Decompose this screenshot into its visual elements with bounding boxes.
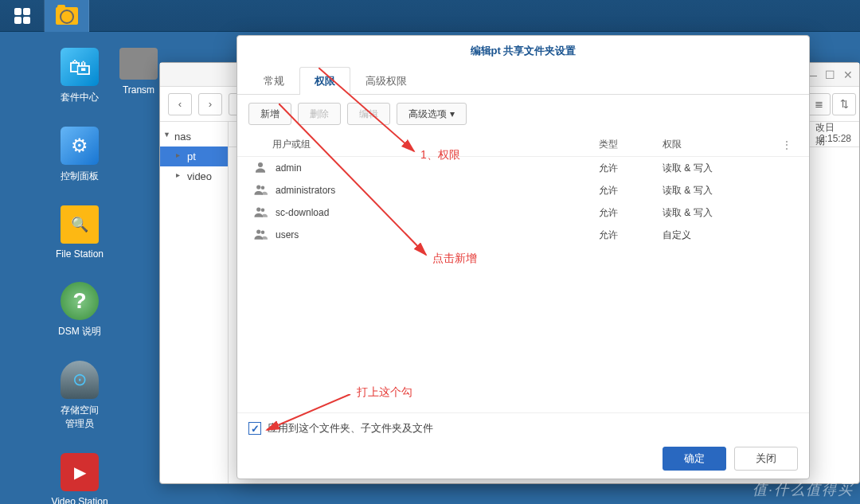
- nav-forward-button[interactable]: ›: [198, 93, 222, 115]
- svg-point-6: [261, 230, 265, 234]
- taskbar: [0, 0, 860, 32]
- package-icon: [61, 48, 99, 86]
- desktop-file-station[interactable]: File Station: [0, 205, 159, 260]
- table-row[interactable]: sc-download允许读取 & 写入: [237, 201, 809, 224]
- advanced-options-button[interactable]: 高级选项▾: [397, 103, 467, 125]
- watermark: 值·什么值得买: [752, 480, 854, 499]
- checkbox-checked-icon: ✓: [248, 422, 261, 435]
- svg-point-2: [261, 186, 265, 189]
- dialog-footer: ✓ 应用到这个文件夹、子文件夹及文件 确定 关闭: [237, 412, 809, 479]
- file-station-icon: [61, 205, 99, 244]
- close-icon[interactable]: ✕: [843, 68, 853, 81]
- apps-grid-icon: [14, 8, 30, 24]
- nav-back-button[interactable]: ‹: [168, 93, 192, 115]
- col-user[interactable]: 用户或组: [248, 138, 599, 151]
- tab-general[interactable]: 常规: [248, 67, 299, 95]
- tree-item-pt[interactable]: pt: [160, 147, 228, 166]
- desktop-control-panel[interactable]: 控制面板: [0, 127, 159, 183]
- col-menu-icon[interactable]: ⋮: [782, 139, 798, 150]
- col-type[interactable]: 类型: [599, 138, 663, 151]
- sort-button[interactable]: ⇅: [832, 93, 856, 115]
- svg-point-0: [258, 162, 263, 167]
- perm-toolbar: 新增 删除 编辑 高级选项▾: [237, 95, 809, 133]
- taskbar-filestation[interactable]: [45, 0, 89, 32]
- tab-permissions[interactable]: 权限: [299, 67, 350, 95]
- folder-search-icon: [56, 7, 78, 25]
- fm-sidebar: nas pt video: [160, 122, 229, 483]
- storage-icon: [61, 361, 99, 399]
- share-settings-dialog: 编辑pt 共享文件夹设置 常规 权限 高级权限 新增 删除 编辑 高级选项▾ 用…: [236, 35, 810, 479]
- add-button[interactable]: 新增: [248, 103, 291, 125]
- svg-point-5: [256, 229, 260, 233]
- maximize-icon[interactable]: ☐: [825, 68, 835, 81]
- row-time: 2:15:28: [819, 133, 851, 144]
- transmission-icon: [119, 48, 158, 80]
- table-row[interactable]: users允许自定义: [237, 224, 809, 246]
- table-row[interactable]: administrators允许读取 & 写入: [237, 179, 809, 201]
- user-icon: [253, 160, 268, 177]
- cancel-button[interactable]: 关闭: [734, 447, 798, 471]
- control-panel-icon: [61, 127, 99, 165]
- svg-point-1: [256, 185, 260, 189]
- svg-point-3: [256, 207, 260, 211]
- permissions-table: 用户或组 类型 权限 ⋮ admin允许读取 & 写入administrator…: [237, 133, 809, 412]
- ok-button[interactable]: 确定: [663, 447, 726, 471]
- taskbar-apps[interactable]: [0, 0, 45, 32]
- video-icon: [61, 453, 99, 491]
- help-icon: [61, 282, 99, 320]
- dialog-title: 编辑pt 共享文件夹设置: [237, 36, 809, 66]
- desktop-video-station[interactable]: Video Station: [0, 453, 159, 504]
- tab-advanced-perms[interactable]: 高级权限: [350, 67, 422, 95]
- svg-point-4: [261, 208, 265, 212]
- list-view-button[interactable]: ≣: [807, 93, 831, 115]
- apply-recursive-checkbox[interactable]: ✓ 应用到这个文件夹、子文件夹及文件: [248, 421, 798, 436]
- table-row[interactable]: admin允许读取 & 写入: [237, 157, 809, 179]
- group-icon: [253, 227, 268, 244]
- table-header: 用户或组 类型 权限 ⋮: [237, 133, 809, 157]
- chevron-down-icon: ▾: [450, 108, 455, 119]
- group-icon: [253, 205, 268, 221]
- delete-button[interactable]: 删除: [298, 103, 341, 125]
- desktop-storage-mgr[interactable]: 存储空间 管理员: [0, 361, 159, 431]
- desktop-transmission[interactable]: Transm: [119, 48, 158, 96]
- desktop: 套件中心 Transm 控制面板 File Station DSM 说明 存储空…: [0, 32, 159, 504]
- group-icon: [253, 182, 268, 199]
- tree-root-nas[interactable]: nas: [160, 127, 228, 147]
- tree-item-video[interactable]: video: [160, 166, 228, 186]
- dialog-tabs: 常规 权限 高级权限: [237, 66, 809, 95]
- col-permission[interactable]: 权限: [663, 138, 782, 151]
- desktop-dsm-help[interactable]: DSM 说明: [0, 282, 159, 338]
- edit-button[interactable]: 编辑: [347, 103, 390, 125]
